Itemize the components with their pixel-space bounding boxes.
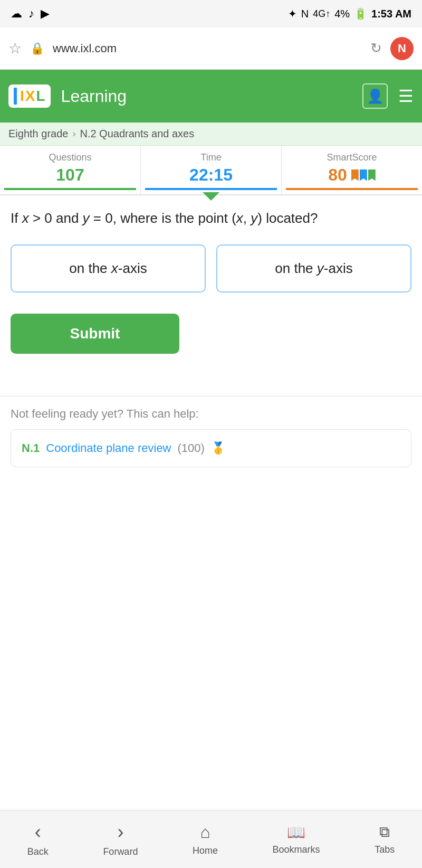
time-value: 22:15: [145, 165, 277, 185]
var-x1: x: [22, 210, 29, 226]
back-label: Back: [27, 846, 49, 857]
nav-back[interactable]: ‹ Back: [27, 821, 49, 857]
smartscore-value-row: 80: [286, 165, 418, 185]
home-label: Home: [193, 845, 218, 856]
time-progress: [145, 188, 277, 190]
lock-icon: 🔒: [30, 42, 44, 55]
signal-icon: 4G↑: [313, 8, 330, 20]
breadcrumb-grade[interactable]: Eighth grade: [8, 128, 68, 140]
menu-icon[interactable]: ☰: [398, 86, 414, 106]
header-triangle: [203, 192, 219, 201]
forward-icon: ›: [117, 821, 123, 843]
refresh-icon[interactable]: ↻: [370, 40, 382, 56]
status-bar-left-icons: ☁ ♪ ▶: [11, 7, 50, 21]
smartscore-number: 80: [328, 165, 347, 185]
back-icon: ‹: [35, 821, 41, 843]
submit-button[interactable]: Submit: [11, 314, 179, 354]
status-bar-right: ✦ N 4G↑ 4% 🔋 1:53 AM: [288, 7, 411, 20]
bookmark-icons: [351, 169, 376, 181]
questions-label: Questions: [4, 152, 136, 163]
nav-tabs[interactable]: ⧉ Tabs: [375, 824, 395, 855]
bookmark-green: [368, 169, 376, 181]
not-ready-text: Not feeling ready yet? This can help:: [11, 407, 411, 421]
tabs-icon: ⧉: [379, 824, 390, 841]
youtube-icon: ▶: [41, 7, 50, 21]
breadcrumb-current: N.2 Quadrants and axes: [80, 128, 194, 140]
breadcrumb-chevron-icon: ›: [72, 128, 75, 139]
bookmarks-icon: 📖: [287, 824, 305, 841]
answer-y-axis[interactable]: on the y-axis: [216, 244, 411, 293]
smartscore-label: SmartScore: [286, 152, 418, 163]
stats-bar: Questions 107 Time 22:15 SmartScore 80: [0, 146, 422, 195]
bluetooth-icon: ✦: [288, 7, 297, 20]
stat-time: Time 22:15: [141, 146, 282, 194]
answer-options: on the x-axis on the y-axis: [11, 244, 411, 293]
var-x2: x: [236, 210, 243, 226]
not-ready-section: Not feeling ready yet? This can help: N.…: [0, 407, 422, 483]
logo-bar: [14, 88, 17, 105]
questions-progress: [4, 188, 136, 190]
user-icon[interactable]: 👤: [362, 83, 388, 109]
network-icon: N: [301, 8, 309, 20]
bookmarks-label: Bookmarks: [273, 844, 320, 855]
breadcrumb: Eighth grade › N.2 Quadrants and axes: [0, 122, 422, 146]
review-card[interactable]: N.1 Coordinate plane review (100) 🥇: [11, 429, 411, 467]
nav-bookmarks[interactable]: 📖 Bookmarks: [273, 824, 320, 855]
battery-icon: 🔋: [354, 7, 367, 20]
bookmark-orange: [351, 169, 359, 181]
logo-x: X: [25, 88, 35, 105]
var-y2: y: [251, 210, 257, 226]
time-label: Time: [145, 152, 277, 163]
stat-smartscore: SmartScore 80: [282, 146, 422, 194]
var-y1: y: [83, 210, 90, 226]
answer-x-axis[interactable]: on the x-axis: [11, 244, 206, 293]
logo-l: L: [36, 88, 45, 105]
nav-forward[interactable]: › Forward: [103, 821, 138, 857]
question-area: If x > 0 and y = 0, where is the point (…: [0, 195, 422, 364]
status-bar: ☁ ♪ ▶ ✦ N 4G↑ 4% 🔋 1:53 AM: [0, 0, 422, 27]
smartscore-progress: [286, 188, 418, 190]
learning-label: Learning: [61, 87, 352, 106]
stat-questions: Questions 107: [0, 146, 141, 194]
lesson-link[interactable]: Coordinate plane review: [46, 441, 171, 455]
cloud-icon: ☁: [11, 7, 22, 21]
bookmark-star-icon[interactable]: ☆: [8, 40, 22, 57]
ixl-header: I X L Learning 👤 ☰: [0, 70, 422, 122]
time-display: 1:53 AM: [371, 8, 411, 20]
home-icon: ⌂: [200, 823, 210, 842]
bottom-navigation: ‹ Back › Forward ⌂ Home 📖 Bookmarks ⧉ Ta…: [0, 810, 422, 868]
question-text: If x > 0 and y = 0, where is the point (…: [11, 208, 411, 229]
tiktok-icon: ♪: [28, 7, 34, 21]
lesson-id: N.1: [22, 441, 40, 455]
tabs-label: Tabs: [375, 844, 395, 855]
nav-home[interactable]: ⌂ Home: [193, 823, 218, 856]
lesson-score: (100): [178, 441, 205, 455]
notification-badge[interactable]: N: [390, 37, 414, 60]
url-bar[interactable]: www.ixl.com: [53, 42, 362, 55]
section-divider: [0, 396, 422, 397]
battery-text: 4%: [334, 8, 350, 20]
ixl-logo[interactable]: I X L: [8, 84, 51, 108]
bookmark-blue: [360, 169, 367, 181]
header-icons: 👤 ☰: [362, 83, 414, 109]
forward-label: Forward: [103, 846, 138, 857]
questions-value: 107: [4, 165, 136, 185]
browser-bar: ☆ 🔒 www.ixl.com ↻ N: [0, 27, 422, 70]
logo-i: I: [20, 88, 24, 105]
lesson-medal-emoji: 🥇: [211, 441, 225, 455]
